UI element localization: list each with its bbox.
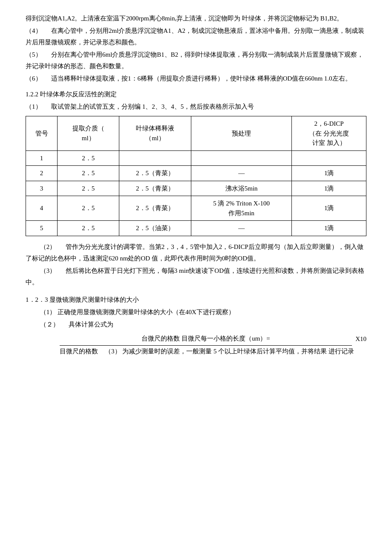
col-header-tube: 管号 [26, 116, 58, 151]
para4-text: 适当稀释叶绿体提取液，按1：6稀释（用提取介质进行稀释），使叶绿体 稀释液的OD… [51, 75, 352, 82]
col-header-dicp: 2，6-DICP（在 分光光度计室 加入） [292, 116, 366, 151]
table-row: 1 2．5 [26, 150, 366, 166]
para9-text: 具体计算公式为 [69, 321, 113, 328]
para8-label: （1） [40, 309, 56, 315]
para4-label: （6） [26, 75, 42, 82]
cell-medium-3: 2．5 [58, 181, 119, 196]
section-123-heading: 1．2．3 显微镜测微尺测量叶绿体的大小 [26, 294, 366, 306]
col-header-pretreatment: 预处理 [191, 116, 292, 151]
paragraph-3: （5） 分别在离心管中用6ml介质悬浮沉淀物B1、B2，得到叶绿体提取液，再分别… [26, 49, 366, 72]
col-header-chloroplast: 叶绿体稀释液（ml） [119, 116, 191, 151]
cell-tube-5: 5 [26, 221, 58, 236]
formula-x10: X10 [355, 333, 366, 345]
para7-label: （3） [40, 267, 56, 274]
cell-medium-2: 2．5 [58, 166, 119, 181]
cell-dicp-3: 1滴 [292, 181, 366, 196]
paragraph-6: （2） 管作为分光光度计的调零管。当第2，3，4，5管中加入2，6-DICP后立… [26, 241, 366, 264]
table-row: 3 2．5 2．5（青菜） 沸水浴5min 1滴 [26, 181, 366, 196]
cell-dicp-2: 1滴 [292, 166, 366, 181]
cell-chloroplast-4: 2．5（青菜） [119, 196, 191, 221]
para10-label: （3） [105, 348, 121, 355]
cell-medium-4: 2．5 [58, 196, 119, 221]
cell-medium-5: 2．5 [58, 221, 119, 236]
col-header-medium: 提取介质（ml） [58, 116, 119, 151]
cell-chloroplast-2: 2．5（青菜） [119, 166, 191, 181]
cell-pretreat-3: 沸水浴5min [191, 181, 292, 196]
table-row: 4 2．5 2．5（青菜） 5 滴 2% Triton X-100作用5min … [26, 196, 366, 221]
para5-text: 取试管架上的试管五支，分别编 1、2、3、4、5，然后按表格所示加入号 [51, 103, 254, 110]
paragraph-7: （3） 然后将比色杯置于日光灯下照光，每隔3 min快速读下OD值，连续进行光照… [26, 265, 366, 288]
page-content: 得到沉淀物A1,A2。上清液在室温下2000rpm离心8min,弃上清液，沉淀物… [26, 13, 366, 357]
cell-dicp-5: 1滴 [292, 221, 366, 236]
cell-pretreat-4: 5 滴 2% Triton X-100作用5min [191, 196, 292, 221]
cell-tube-3: 3 [26, 181, 58, 196]
para10-inline: （3） 为减少测量时的误差，一般测量 5 个以上叶绿体后计算平均值，并将结果 进… [105, 346, 354, 357]
paragraph-5: （1） 取试管架上的试管五支，分别编 1、2、3、4、5，然后按表格所示加入号 [26, 101, 366, 113]
cell-dicp-1 [292, 150, 366, 166]
cell-dicp-4: 1滴 [292, 196, 366, 221]
para8-text: 正确使用显微镜测微尺测量叶绿体的大小（在40X下进行观察） [58, 309, 235, 315]
table-row: 5 2．5 2．5（油菜） — 1滴 [26, 221, 366, 236]
para10-text: 为减少测量时的误差，一般测量 5 个以上叶绿体后计算平均值，并将结果 进行记录 [122, 348, 354, 355]
cell-tube-2: 2 [26, 166, 58, 181]
paragraph-4: （6） 适当稀释叶绿体提取液，按1：6稀释（用提取介质进行稀释），使叶绿体 稀释… [26, 73, 366, 84]
cell-pretreat-2: — [191, 166, 292, 181]
cell-tube-4: 4 [26, 196, 58, 221]
cell-chloroplast-1 [119, 150, 191, 166]
para6-text: 管作为分光光度计的调零管。当第2，3，4，5管中加入2，6-DICP后立即摇匀（… [26, 243, 363, 262]
experiment-table: 管号 提取介质（ml） 叶绿体稀释液（ml） 预处理 2，6-DICP（在 分光… [26, 116, 366, 236]
cell-pretreat-5: — [191, 221, 292, 236]
cell-chloroplast-3: 2．5（青菜） [119, 181, 191, 196]
formula-numerator: 台微尺的格数 目微尺每一小格的长度（um）= [141, 335, 270, 342]
para9-label: （２） [40, 321, 59, 328]
table-row: 2 2．5 2．5（青菜） — 1滴 [26, 166, 366, 181]
cell-pretreat-1 [191, 150, 292, 166]
para2-text: 在离心管中，分别用2ml介质悬浮沉淀物A1、A2，制成沉淀物悬液后，置冰浴中备用… [26, 27, 364, 46]
para7-text: 然后将比色杯置于日光灯下照光，每隔3 min快速读下OD值，连续进行光照和读数，… [26, 267, 364, 286]
para5-label: （1） [26, 103, 42, 110]
paragraph-9-intro: （２） 具体计算公式为 [26, 319, 366, 330]
paragraph-8: （1） 正确使用显微镜测微尺测量叶绿体的大小（在40X下进行观察） [26, 306, 366, 318]
paragraph-2: （4） 在离心管中，分别用2ml介质悬浮沉淀物A1、A2，制成沉淀物悬液后，置冰… [26, 25, 366, 48]
cell-medium-1: 2．5 [58, 150, 119, 166]
formula-block: 台微尺的格数 目微尺每一小格的长度（um）= X10 目微尺的格数 （3） 为减… [60, 333, 366, 357]
para6-label: （2） [40, 243, 56, 250]
cell-tube-1: 1 [26, 150, 58, 166]
para3-label: （5） [26, 51, 42, 58]
para2-label: （4） [26, 27, 42, 34]
cell-chloroplast-5: 2．5（油菜） [119, 221, 191, 236]
paragraph-1: 得到沉淀物A1,A2。上清液在室温下2000rpm离心8min,弃上清液，沉淀物… [26, 13, 366, 24]
section-122-heading: 1.2.2 叶绿体希尔反应活性的测定 [26, 89, 366, 100]
formula-denominator: 目微尺的格数 [60, 346, 98, 357]
para3-text: 分别在离心管中用6ml介质悬浮沉淀物B1、B2，得到叶绿体提取液，再分别取一滴制… [26, 51, 363, 69]
